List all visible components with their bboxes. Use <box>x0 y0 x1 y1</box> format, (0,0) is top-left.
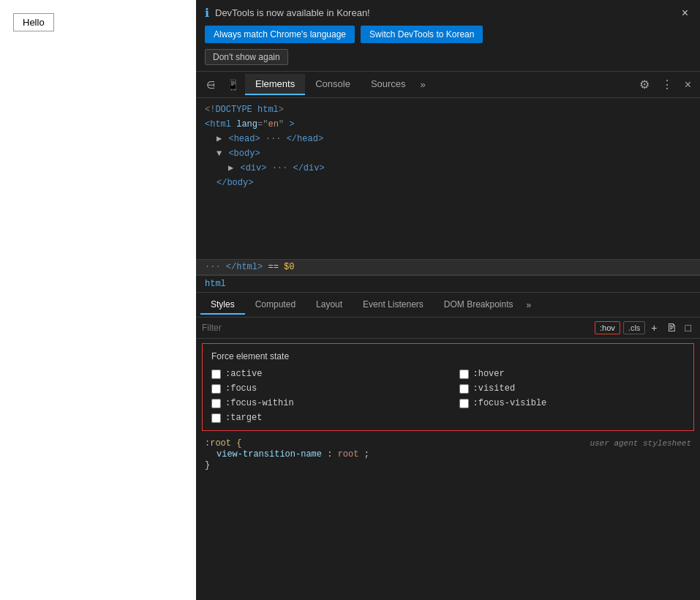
notification-title: ℹ DevTools is now available in Korean! × <box>205 6 691 20</box>
state-hover: :hover <box>459 369 685 379</box>
force-state-panel: Force element state :active :hover :focu… <box>202 343 694 431</box>
tab-sources[interactable]: Sources <box>361 74 416 95</box>
info-icon: ℹ <box>205 6 209 20</box>
device-icon[interactable]: 📱 <box>221 75 245 95</box>
more-options-button[interactable]: ⋮ <box>657 75 677 94</box>
style-tab-dom-breakpoints[interactable]: DOM Breakpoints <box>434 296 524 315</box>
tab-console[interactable]: Console <box>305 74 361 95</box>
match-language-button[interactable]: Always match Chrome's language <box>205 26 355 43</box>
css-property-line: view-transition-name : root ; <box>205 449 691 460</box>
state-focus-visible-label: :focus-visible <box>473 398 547 408</box>
state-focus: :focus <box>211 383 437 394</box>
notification-buttons: Always match Chrome's language Switch De… <box>205 26 691 43</box>
settings-button[interactable]: ⚙ <box>635 75 654 94</box>
tab-more-icon[interactable]: » <box>416 75 430 94</box>
selected-element-bar: ··· </html> == $0 <box>196 259 700 274</box>
hov-filter-button[interactable]: :hov <box>595 321 620 334</box>
state-grid: :active :hover :focus :visited <box>211 369 685 423</box>
filter-input[interactable] <box>202 323 592 333</box>
state-focus-visible: :focus-visible <box>459 398 685 408</box>
state-target: :target <box>211 413 437 423</box>
tabs-bar-right: ⚙ ⋮ × <box>635 75 696 94</box>
checkbox-focus-visible[interactable] <box>459 399 469 408</box>
notification-bar: ℹ DevTools is now available in Korean! ×… <box>196 0 700 72</box>
style-tab-computed[interactable]: Computed <box>245 296 306 315</box>
checkbox-focus-within[interactable] <box>211 399 221 408</box>
filter-bar: :hov .cls + 🖹 □ <box>196 318 700 339</box>
close-notification-button[interactable]: × <box>679 7 691 20</box>
state-visited-label: :visited <box>473 383 516 394</box>
style-tabs: Styles Computed Layout Event Listeners D… <box>196 293 700 318</box>
dom-line-body-open[interactable]: ▼ <body> <box>196 146 700 161</box>
element-breadcrumb: html <box>196 276 700 293</box>
checkbox-hover[interactable] <box>459 370 469 379</box>
state-focus-within-label: :focus-within <box>225 398 294 408</box>
dom-line-head[interactable]: ▶ <head> ··· </head> <box>196 132 700 146</box>
css-rules: :root { user agent stylesheet view-trans… <box>196 435 700 473</box>
state-active-label: :active <box>225 369 262 379</box>
close-devtools-button[interactable]: × <box>680 75 696 94</box>
dom-line-doctype[interactable]: <!DOCTYPE html> <box>196 102 700 117</box>
checkbox-focus[interactable] <box>211 384 221 394</box>
state-active: :active <box>211 369 437 379</box>
checkbox-visited[interactable] <box>459 384 469 394</box>
dom-line-div[interactable]: ▶ <div> ··· </div> <box>196 161 700 176</box>
devtools-panel: ℹ DevTools is now available in Korean! ×… <box>196 0 700 600</box>
elements-panel: <!DOCTYPE html> <html lang="en" > ▶ <hea… <box>196 98 700 259</box>
state-focus-within: :focus-within <box>211 398 437 408</box>
add-style-button[interactable]: + <box>648 320 660 335</box>
css-rule-source: user agent stylesheet <box>590 439 691 448</box>
inspect-icon[interactable]: ⋳ <box>200 75 221 95</box>
state-hover-label: :hover <box>473 369 505 379</box>
state-visited: :visited <box>459 383 685 394</box>
hello-button[interactable]: Hello <box>13 13 54 31</box>
styles-content[interactable]: :hov .cls + 🖹 □ Force element state :act… <box>196 318 700 600</box>
css-selector: :root { <box>205 438 241 449</box>
css-close-brace: } <box>205 460 691 470</box>
switch-korean-button[interactable]: Switch DevTools to Korean <box>361 26 483 43</box>
tab-elements[interactable]: Elements <box>245 74 305 95</box>
force-state-title: Force element state <box>211 351 685 361</box>
style-tab-styles[interactable]: Styles <box>200 296 245 315</box>
dom-line-html[interactable]: <html lang="en" > <box>196 117 700 132</box>
toggle-style-button[interactable]: □ <box>682 320 694 335</box>
dom-line-body-close[interactable]: </body> <box>196 176 700 190</box>
copy-style-button[interactable]: 🖹 <box>663 320 680 335</box>
tabs-bar: ⋳ 📱 Elements Console Sources » ⚙ ⋮ × <box>196 72 700 98</box>
cls-filter-button[interactable]: .cls <box>623 321 646 334</box>
notification-text: DevTools is now available in Korean! <box>215 7 370 18</box>
lower-panel: html Styles Computed Layout Event Listen… <box>196 274 700 600</box>
state-focus-label: :focus <box>225 383 257 394</box>
style-tab-more[interactable]: » <box>524 296 535 314</box>
checkbox-target[interactable] <box>211 413 221 423</box>
state-target-label: :target <box>225 413 262 423</box>
dont-show-button[interactable]: Don't show again <box>205 49 288 65</box>
checkbox-active[interactable] <box>211 370 221 379</box>
style-tab-event-listeners[interactable]: Event Listeners <box>353 296 434 315</box>
style-tab-layout[interactable]: Layout <box>306 296 353 315</box>
